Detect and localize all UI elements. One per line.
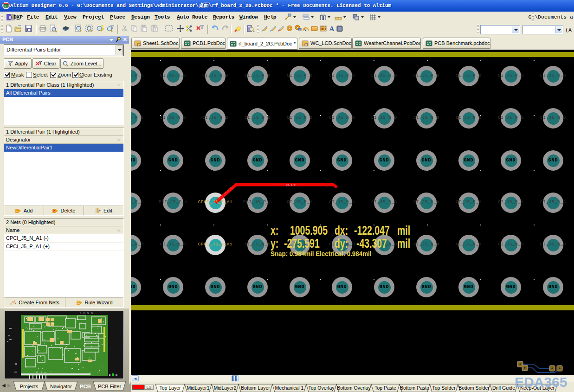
svg-text:PCB: PCB [80,384,91,389]
svg-text:7 8 9 6: 7 8 9 6 [79,311,93,315]
svg-text:Navigator: Navigator [50,384,72,389]
svg-text:Bottom Layer: Bottom Layer [241,385,270,391]
svg-text:Drill Guide: Drill Guide [492,385,515,391]
svg-text:Top Paste: Top Paste [374,385,396,391]
svg-text:MidLayer2: MidLayer2 [213,385,236,391]
svg-text:Mechanical 1: Mechanical 1 [275,385,304,391]
svg-text:Projects: Projects [20,384,39,389]
svg-text:CPCI_J5_P_A1: CPCI_J5_P_A1 [217,186,234,201]
svg-text:Top Solder: Top Solder [432,385,456,391]
svg-text:A: A [329,25,335,32]
svg-text:Bottom Overlay: Bottom Overlay [337,385,371,391]
svg-text:PCB Filter: PCB Filter [98,384,121,389]
svg-text:Bottom Solder: Bottom Solder [458,385,490,391]
svg-text:Top Overlay: Top Overlay [308,385,335,391]
svg-text:Top Layer: Top Layer [159,385,181,391]
svg-text:······39.370······: ······39.370······ [276,184,305,186]
svg-text:Bottom Paste: Bottom Paste [400,385,429,391]
svg-text:MidLayer1: MidLayer1 [187,385,209,391]
